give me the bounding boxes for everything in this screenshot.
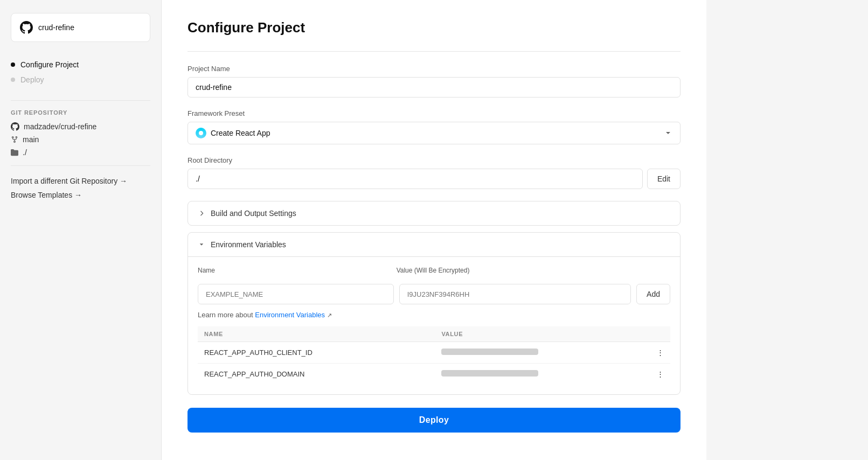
- main-content: Configure Project Project Name Framework…: [162, 0, 706, 460]
- chevron-down-icon: [664, 129, 672, 137]
- title-divider: [188, 51, 680, 52]
- env-row-value-1: [435, 342, 650, 364]
- step-configure[interactable]: Configure Project: [11, 57, 150, 72]
- right-spacer: [706, 0, 868, 460]
- env-section-label: Environment Variables: [211, 240, 286, 249]
- framework-value: Create React App: [211, 129, 270, 137]
- env-row-menu-2[interactable]: ⋮: [650, 364, 670, 385]
- edit-button[interactable]: Edit: [647, 169, 680, 189]
- env-col-value: VALUE: [435, 326, 650, 342]
- project-name-group: Project Name: [188, 65, 680, 97]
- github-small-icon: [11, 122, 19, 131]
- project-name-input[interactable]: [188, 77, 680, 97]
- env-body: Name Value (Will Be Encrypted) Add Learn…: [188, 257, 680, 394]
- table-row: REACT_APP_AUTH0_DOMAIN ⋮: [198, 364, 670, 385]
- repo-card: crud-refine: [11, 13, 150, 42]
- env-table-header-row: NAME VALUE: [198, 326, 670, 342]
- root-dir-input[interactable]: [188, 169, 643, 189]
- git-dir-row: ./: [11, 148, 150, 157]
- build-settings-section: Build and Output Settings: [188, 201, 680, 226]
- deploy-button[interactable]: Deploy: [188, 408, 680, 433]
- divider-2: [11, 165, 150, 166]
- step-deploy-label: Deploy: [20, 75, 44, 84]
- step-dot-inactive: [11, 78, 15, 82]
- steps-section: Configure Project Deploy: [11, 57, 150, 87]
- git-repo-row: madzadev/crud-refine: [11, 122, 150, 131]
- cra-icon: [196, 128, 206, 138]
- env-value-input[interactable]: [399, 284, 631, 304]
- browse-templates-link[interactable]: Browse Templates →: [11, 191, 150, 199]
- env-vars-link[interactable]: Environment Variables: [255, 311, 325, 319]
- framework-label: Framework Preset: [188, 109, 680, 117]
- env-table: NAME VALUE REACT_APP_AUTH0_CLIENT_ID ⋮: [198, 326, 670, 385]
- step-configure-label: Configure Project: [20, 60, 79, 69]
- repo-card-name: crud-refine: [38, 23, 74, 32]
- root-dir-label: Root Directory: [188, 156, 680, 164]
- env-name-col-label: Name: [198, 267, 391, 274]
- env-value-masked-2: [441, 370, 538, 377]
- git-section-label: GIT REPOSITORY: [11, 109, 150, 116]
- env-section: Environment Variables Name Value (Will B…: [188, 232, 680, 395]
- build-settings-header[interactable]: Build and Output Settings: [188, 201, 680, 225]
- env-row-menu-1[interactable]: ⋮: [650, 342, 670, 364]
- folder-icon: [11, 149, 18, 156]
- import-git-link[interactable]: Import a different Git Repository →: [11, 177, 150, 185]
- env-name-input[interactable]: [198, 284, 394, 304]
- env-row-name-1: REACT_APP_AUTH0_CLIENT_ID: [198, 342, 435, 364]
- branch-icon: [11, 136, 18, 143]
- divider-1: [11, 100, 150, 101]
- root-dir-row: Edit: [188, 169, 680, 189]
- env-table-body: REACT_APP_AUTH0_CLIENT_ID ⋮ REACT_APP_AU…: [198, 342, 670, 385]
- env-row-name-2: REACT_APP_AUTH0_DOMAIN: [198, 364, 435, 385]
- chevron-down-env-icon: [198, 241, 205, 248]
- env-value-col-label: Value (Will Be Encrypted): [397, 267, 628, 274]
- env-learn-more: Learn more about Environment Variables ↗: [198, 311, 670, 319]
- chevron-right-icon: [198, 210, 205, 217]
- git-directory: ./: [23, 148, 27, 157]
- env-col-name: NAME: [198, 326, 435, 342]
- build-settings-label: Build and Output Settings: [211, 209, 296, 218]
- page-title: Configure Project: [188, 19, 680, 36]
- env-section-header[interactable]: Environment Variables: [188, 233, 680, 257]
- env-row-value-2: [435, 364, 650, 385]
- framework-select[interactable]: Create React App: [188, 122, 680, 144]
- framework-group: Framework Preset Create React App: [188, 109, 680, 144]
- sidebar: crud-refine Configure Project Deploy GIT…: [0, 0, 162, 460]
- git-branch-row: main: [11, 135, 150, 144]
- step-deploy[interactable]: Deploy: [11, 72, 150, 87]
- project-name-label: Project Name: [188, 65, 680, 73]
- env-input-row: Add: [198, 284, 670, 304]
- env-value-masked-1: [441, 349, 538, 355]
- git-section: GIT REPOSITORY madzadev/crud-refine main…: [11, 109, 150, 157]
- root-dir-group: Root Directory Edit: [188, 156, 680, 189]
- table-row: REACT_APP_AUTH0_CLIENT_ID ⋮: [198, 342, 670, 364]
- env-labels-row: Name Value (Will Be Encrypted): [198, 267, 670, 277]
- git-branch-name: main: [23, 135, 39, 144]
- sidebar-links: Import a different Git Repository → Brow…: [11, 177, 150, 199]
- github-icon: [20, 21, 33, 34]
- step-dot-active: [11, 62, 15, 67]
- git-repo-name: madzadev/crud-refine: [24, 122, 96, 131]
- add-env-button[interactable]: Add: [636, 284, 670, 304]
